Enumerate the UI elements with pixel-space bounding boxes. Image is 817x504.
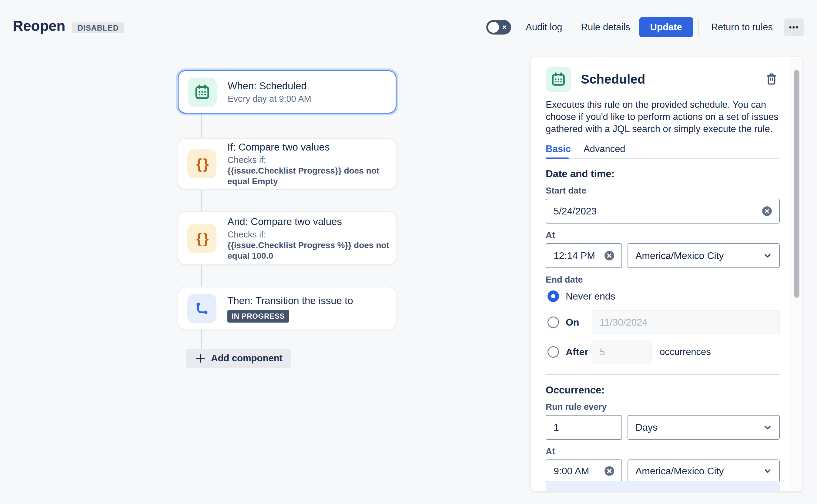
end-on-date-input[interactable] xyxy=(592,310,780,334)
start-date-label: Start date xyxy=(546,186,780,196)
interval-field xyxy=(546,415,622,440)
panel-tabs: Basic Advanced xyxy=(546,144,780,159)
run-time-input[interactable] xyxy=(553,466,603,477)
section-divider xyxy=(546,374,780,375)
connector-line xyxy=(201,190,202,211)
card-title: If: Compare two values xyxy=(228,141,396,153)
occurrence-heading: Occurrence: xyxy=(546,384,780,396)
plus-icon xyxy=(194,353,206,364)
interval-input[interactable] xyxy=(553,422,616,433)
card-subtitle: Every day at 9:00 AM xyxy=(228,93,311,104)
card-checks-label: Checks if: xyxy=(228,154,396,165)
run-time-field xyxy=(546,459,622,482)
connector-line xyxy=(201,330,202,350)
chevron-down-icon xyxy=(762,250,774,262)
interval-unit-select[interactable]: Days xyxy=(628,415,780,440)
occurrence-count-input[interactable] xyxy=(592,340,652,364)
chevron-down-icon xyxy=(762,465,774,477)
clear-start-date-button[interactable] xyxy=(761,205,773,217)
panel-description: Executes this rule on the provided sched… xyxy=(546,99,780,135)
toggle-knob xyxy=(488,22,499,33)
clear-x-icon xyxy=(603,250,616,262)
chevron-down-icon xyxy=(762,421,774,433)
clear-x-icon xyxy=(761,205,773,217)
trash-icon xyxy=(765,72,779,86)
run-timezone-value: America/Mexico City xyxy=(636,466,724,477)
calendar-icon xyxy=(187,78,217,107)
connector-line xyxy=(201,114,202,138)
card-title: And: Compare two values xyxy=(228,216,396,228)
at-label: At xyxy=(546,230,780,240)
never-ends-label: Never ends xyxy=(566,291,616,302)
status-badge: DISABLED xyxy=(72,22,124,33)
connector-line xyxy=(201,265,202,287)
card-title: When: Scheduled xyxy=(228,80,311,92)
condition-card-if[interactable]: { } If: Compare two values Checks if: {{… xyxy=(178,138,397,190)
run-rule-every-label: Run rule every xyxy=(546,402,780,412)
header-actions: Audit log Rule details Update Return to … xyxy=(486,17,804,38)
panel-scrollbar-track xyxy=(792,58,801,490)
run-timezone-select[interactable]: America/Mexico City xyxy=(628,459,780,482)
date-time-heading: Date and time: xyxy=(546,168,780,180)
trigger-card-scheduled[interactable]: When: Scheduled Every day at 9:00 AM xyxy=(178,70,397,114)
audit-log-link[interactable]: Audit log xyxy=(526,22,562,33)
panel-scrollbar-thumb[interactable] xyxy=(794,70,799,298)
active-tab-indicator xyxy=(546,157,569,159)
delete-component-button[interactable] xyxy=(763,71,780,88)
end-on-label: On xyxy=(566,317,592,328)
end-date-label: End date xyxy=(546,275,780,285)
rule-details-link[interactable]: Rule details xyxy=(581,22,630,33)
end-after-radio[interactable] xyxy=(547,346,559,358)
timezone-value: America/Mexico City xyxy=(636,250,724,261)
workflow-icon xyxy=(187,294,217,323)
calendar-icon xyxy=(546,67,571,92)
update-button[interactable]: Update xyxy=(639,17,693,37)
add-component-label: Add component xyxy=(211,353,283,364)
interval-unit-value: Days xyxy=(636,422,658,433)
tab-advanced[interactable]: Advanced xyxy=(583,144,626,154)
toggle-off-x-icon xyxy=(501,24,508,31)
component-detail-panel: Scheduled Executes this rule on the prov… xyxy=(531,57,802,491)
add-component-button[interactable]: Add component xyxy=(186,349,291,368)
condition-card-and[interactable]: { } And: Compare two values Checks if: {… xyxy=(178,211,397,265)
timezone-select[interactable]: America/Mexico City xyxy=(628,243,780,268)
action-card-transition[interactable]: Then: Transition the issue to IN PROGRES… xyxy=(178,287,397,330)
start-date-field xyxy=(546,199,780,224)
clear-time-button[interactable] xyxy=(603,250,616,262)
braces-icon: { } xyxy=(187,149,217,178)
card-checks-label: Checks if: xyxy=(228,229,396,240)
clear-x-icon xyxy=(603,465,616,477)
header-divider xyxy=(699,19,699,36)
clear-run-time-button[interactable] xyxy=(603,465,616,477)
never-ends-radio[interactable] xyxy=(547,290,559,302)
occurrences-label: occurrences xyxy=(660,347,711,357)
card-title: Then: Transition the issue to xyxy=(228,295,353,307)
card-condition: {{issue.Checklist Progress}} does not eq… xyxy=(228,165,396,187)
braces-icon: { } xyxy=(187,224,217,253)
ellipsis-icon: ••• xyxy=(789,23,799,32)
tab-basic[interactable]: Basic xyxy=(546,144,571,154)
rule-enabled-toggle[interactable] xyxy=(486,20,511,35)
time-field xyxy=(546,243,622,268)
return-to-rules-link[interactable]: Return to rules xyxy=(711,22,773,33)
more-options-button[interactable]: ••• xyxy=(784,18,804,36)
panel-title: Scheduled xyxy=(581,72,645,87)
page-title: Reopen xyxy=(13,18,65,34)
transition-status-badge: IN PROGRESS xyxy=(228,310,289,323)
end-after-label: After xyxy=(566,347,592,358)
info-banner-partial xyxy=(546,481,780,491)
start-date-input[interactable] xyxy=(553,206,761,217)
run-at-label: At xyxy=(546,446,780,456)
end-on-radio[interactable] xyxy=(547,317,559,328)
time-input[interactable] xyxy=(553,250,603,261)
card-condition: {{issue.Checklist Progress %}} does not … xyxy=(228,240,396,261)
